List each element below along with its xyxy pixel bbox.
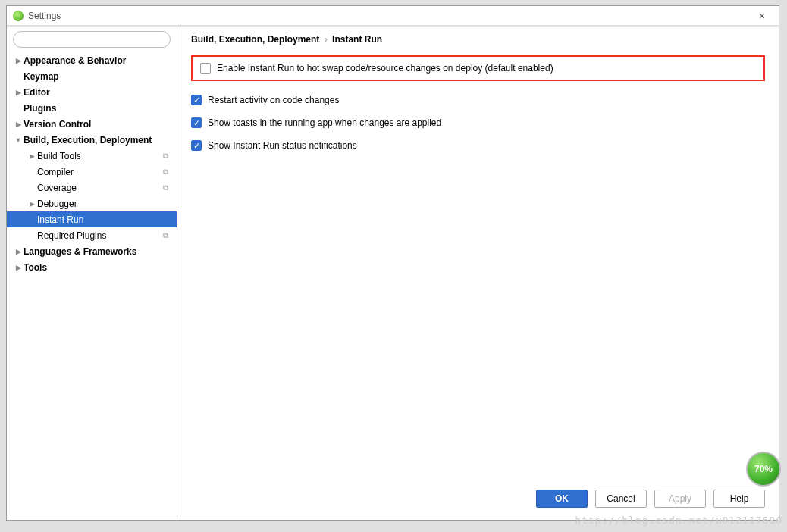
option-enable-label: Enable Instant Run to hot swap code/reso…: [217, 63, 553, 74]
option-status[interactable]: ✓ Show Instant Run status notifications: [191, 140, 765, 151]
option-restart-label: Restart activity on code changes: [208, 95, 339, 105]
arrow-icon: ▶: [13, 120, 24, 128]
settings-tree: ▶Appearance & BehaviorKeymap▶EditorPlugi…: [7, 52, 177, 275]
sidebar-item[interactable]: ▶Appearance & Behavior: [7, 52, 177, 68]
sidebar-item-label: Build Tools: [37, 151, 81, 161]
option-status-label: Show Instant Run status notifications: [208, 140, 357, 151]
copy-icon: ⧉: [163, 167, 172, 177]
sidebar-item-label: Appearance & Behavior: [24, 55, 126, 66]
checkbox-status[interactable]: ✓: [191, 140, 202, 151]
sidebar: ▶Appearance & BehaviorKeymap▶EditorPlugi…: [7, 27, 177, 520]
arrow-icon: ▶: [13, 264, 24, 271]
sidebar-item[interactable]: Plugins: [7, 100, 177, 116]
copy-icon: ⧉: [163, 231, 172, 240]
search-wrap: [7, 31, 177, 52]
option-enable[interactable]: Enable Instant Run to hot swap code/reso…: [200, 63, 756, 74]
option-restart[interactable]: ✓ Restart activity on code changes: [191, 95, 765, 105]
close-icon[interactable]: ×: [751, 9, 773, 22]
sidebar-item[interactable]: Coverage⧉: [7, 180, 177, 196]
sidebar-item-label: Coverage: [37, 183, 77, 193]
sidebar-item[interactable]: ▶Version Control: [7, 116, 177, 132]
arrow-icon: ▶: [13, 248, 24, 255]
arrow-icon: ▶: [13, 89, 24, 96]
sidebar-item-label: Plugins: [24, 103, 56, 114]
sidebar-item[interactable]: ▶Editor: [7, 84, 177, 100]
checkbox-toasts[interactable]: ✓: [191, 117, 202, 128]
copy-icon: ⧉: [163, 152, 172, 161]
sidebar-item[interactable]: Compiler⧉: [7, 164, 177, 180]
option-toasts-label: Show toasts in the running app when chan…: [208, 117, 441, 128]
sidebar-item-label: Debugger: [37, 199, 77, 209]
breadcrumb-parent: Build, Execution, Deployment: [191, 34, 319, 45]
sidebar-item-label: Required Plugins: [37, 230, 106, 241]
sidebar-item[interactable]: ▶Languages & Frameworks: [7, 243, 177, 259]
option-toasts[interactable]: ✓ Show toasts in the running app when ch…: [191, 117, 765, 128]
sidebar-item-label: Instant Run: [37, 214, 83, 225]
breadcrumb-current: Instant Run: [332, 34, 382, 45]
sidebar-item[interactable]: ▶Tools: [7, 259, 177, 275]
sidebar-item[interactable]: Keymap: [7, 68, 177, 84]
sidebar-item-label: Editor: [24, 87, 50, 98]
sidebar-item-label: Tools: [24, 262, 47, 273]
checkbox-restart[interactable]: ✓: [191, 95, 202, 105]
breadcrumb: Build, Execution, Deployment › Instant R…: [191, 34, 765, 45]
search-input[interactable]: [13, 31, 171, 48]
copy-icon: ⧉: [163, 183, 172, 192]
titlebar: Settings ×: [7, 6, 779, 26]
sidebar-item-label: Compiler: [37, 167, 74, 177]
sidebar-item[interactable]: ▼Build, Execution, Deployment: [7, 132, 177, 148]
cancel-button[interactable]: Cancel: [595, 490, 647, 508]
app-logo-icon: [13, 11, 24, 21]
sidebar-item[interactable]: ▶Debugger: [7, 196, 177, 211]
sidebar-item[interactable]: ▶Build Tools⧉: [7, 148, 177, 164]
body: ▶Appearance & BehaviorKeymap▶EditorPlugi…: [7, 26, 779, 520]
arrow-icon: ▶: [27, 200, 37, 208]
window-title: Settings: [28, 11, 61, 21]
sidebar-item[interactable]: Instant Run: [7, 211, 177, 227]
checkbox-enable[interactable]: [200, 63, 211, 74]
sidebar-item-label: Version Control: [24, 119, 91, 130]
chevron-right-icon: ›: [325, 34, 328, 45]
apply-button[interactable]: Apply: [654, 490, 706, 508]
watermark: http://blog.csdn.net/u012117680: [575, 515, 782, 526]
highlight-box: Enable Instant Run to hot swap code/reso…: [191, 55, 765, 81]
sidebar-item-label: Build, Execution, Deployment: [24, 135, 152, 146]
help-button[interactable]: Help: [713, 490, 765, 508]
main-panel: Build, Execution, Deployment › Instant R…: [177, 27, 779, 520]
sidebar-item[interactable]: Required Plugins⧉: [7, 227, 177, 243]
sidebar-item-label: Languages & Frameworks: [24, 246, 136, 257]
arrow-icon: ▶: [27, 152, 37, 160]
sidebar-item-label: Keymap: [24, 71, 59, 82]
arrow-icon: ▶: [13, 57, 24, 64]
ok-button[interactable]: OK: [536, 490, 588, 508]
arrow-icon: ▼: [13, 136, 24, 144]
progress-badge: 70%: [746, 452, 781, 487]
settings-window: Settings × ▶Appearance & BehaviorKeymap▶…: [6, 5, 779, 521]
